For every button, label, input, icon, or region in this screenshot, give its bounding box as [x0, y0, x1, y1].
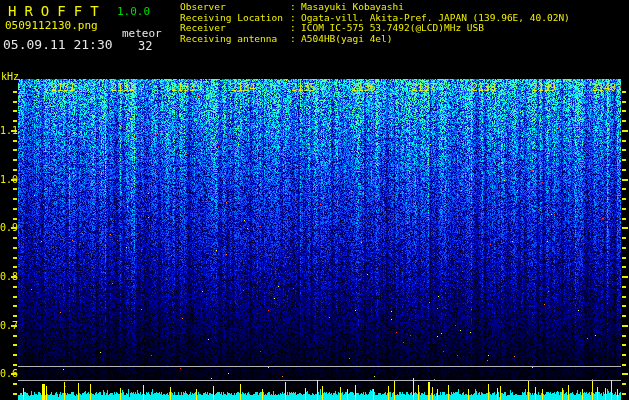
- time-tick-label: 2135: [289, 83, 317, 93]
- info-label: Receiving antenna: [180, 34, 290, 45]
- hrofft-output-screen: HROFFT 1.0.0 0509112130.png meteor 05.09…: [0, 0, 629, 400]
- time-tick-label: 2137: [410, 83, 438, 93]
- time-tick-label: 2131: [49, 83, 77, 93]
- freq-tick-label: 1.1: [0, 126, 12, 136]
- time-tick-label: 2134: [229, 83, 257, 93]
- info-value: A504HB(yagi 4el): [301, 34, 393, 45]
- info-colon: :: [290, 34, 301, 45]
- observation-info: Observer : Masayuki Kobayashi Receiving …: [180, 2, 570, 44]
- time-tick-label: 2133: [169, 83, 197, 93]
- freq-tick-label: 1.0: [0, 175, 12, 185]
- freq-tick-label: 0.9: [0, 223, 12, 233]
- freq-tick-label: 0.8: [0, 272, 12, 282]
- app-title: HROFFT: [8, 3, 107, 19]
- info-colon: :: [290, 2, 301, 13]
- time-tick-label: 2138: [470, 83, 498, 93]
- time-tick-label: 2139: [530, 83, 558, 93]
- output-filename: 0509112130.png: [5, 19, 98, 32]
- time-tick-label: 2132: [109, 83, 137, 93]
- y-axis-unit-label: kHz: [1, 71, 19, 82]
- observation-datetime: 05.09.11 21:30: [3, 37, 113, 52]
- info-row-observer: Observer : Masayuki Kobayashi: [180, 2, 570, 13]
- spectrogram-canvas: [0, 0, 629, 400]
- freq-tick-label: 0.7: [0, 321, 12, 331]
- info-label: Observer: [180, 2, 290, 13]
- meteor-count: 32: [138, 39, 152, 53]
- app-version: 1.0.0: [117, 5, 150, 18]
- freq-tick-label: 0.6: [0, 369, 12, 379]
- time-tick-label: 2136: [350, 83, 378, 93]
- info-value: Masayuki Kobayashi: [301, 2, 404, 13]
- info-row-antenna: Receiving antenna : A504HB(yagi 4el): [180, 34, 570, 45]
- time-tick-label: 2140: [590, 83, 618, 93]
